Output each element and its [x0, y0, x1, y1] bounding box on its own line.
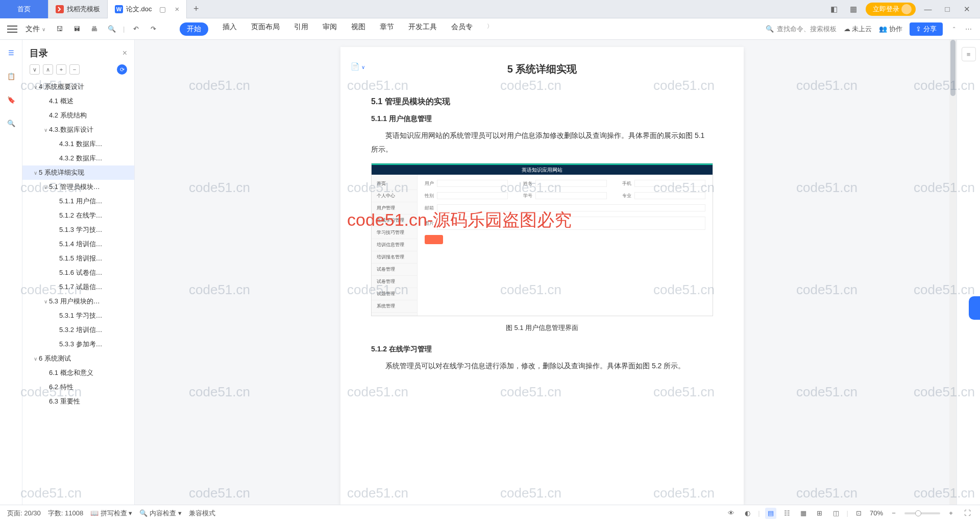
- outline-node[interactable]: 5.1.7 试题信…: [22, 280, 134, 294]
- word-count[interactable]: 字数: 11008: [48, 509, 83, 518]
- outline-node[interactable]: 5.1.2 在线学…: [22, 208, 134, 223]
- hamburger-icon[interactable]: [7, 26, 17, 33]
- cloud-status[interactable]: ☁ 未上云: [844, 25, 872, 34]
- maximize-button[interactable]: □: [940, 2, 954, 16]
- file-menu[interactable]: 文件 ∨: [22, 25, 48, 34]
- outline-node[interactable]: ∨5.1 管理员模块…: [22, 180, 134, 194]
- share-button[interactable]: ⇪分享: [910, 22, 943, 36]
- collab-button[interactable]: 👥 协作: [879, 25, 902, 34]
- outline-node[interactable]: 5.3.3 参加考…: [22, 337, 134, 351]
- outline-node[interactable]: 4.3.2 数据库…: [22, 151, 134, 165]
- outline-label: 5.3 用户模块的…: [49, 297, 130, 306]
- ribbon-more-icon[interactable]: 〉: [487, 22, 493, 36]
- scroll-thumb[interactable]: [950, 40, 955, 96]
- zoom-fit-icon[interactable]: ⊡: [853, 508, 865, 519]
- view-page-icon[interactable]: ▤: [765, 508, 776, 519]
- outline-node[interactable]: 5.3.1 学习技…: [22, 309, 134, 323]
- ribbon-tab-start[interactable]: 开始: [180, 22, 208, 36]
- preview-icon[interactable]: 🔍: [106, 23, 118, 35]
- collapse-all-icon[interactable]: ∨: [30, 64, 40, 75]
- outline-node[interactable]: 5.3.2 培训信…: [22, 323, 134, 337]
- add-heading-icon[interactable]: +: [56, 64, 66, 75]
- command-search[interactable]: 🔍查找命令、搜索模板: [766, 25, 837, 34]
- outline-close-icon[interactable]: ×: [122, 49, 127, 58]
- ribbon-tab-insert[interactable]: 插入: [223, 22, 237, 36]
- tab-doc[interactable]: W 论文.doc ▢ ×: [108, 0, 187, 18]
- zoom-slider[interactable]: [904, 512, 940, 514]
- minimize-button[interactable]: —: [921, 2, 935, 16]
- popout-icon[interactable]: ▢: [159, 5, 166, 13]
- outline-node[interactable]: 4.3.1 数据库…: [22, 137, 134, 151]
- outline-node[interactable]: 6.3 重要性: [22, 394, 134, 409]
- outline-node[interactable]: ∨5 系统详细实现: [22, 165, 134, 180]
- tab-home[interactable]: 首页: [0, 0, 48, 18]
- right-panel-toggle-icon[interactable]: ≡: [962, 47, 976, 61]
- clipboard-icon[interactable]: 📋: [6, 70, 17, 82]
- zoom-out-icon[interactable]: −: [888, 508, 899, 519]
- outline-node[interactable]: 5.1.3 学习技…: [22, 223, 134, 237]
- outline-node[interactable]: ∨4 系统概要设计: [22, 80, 134, 94]
- content-check-button[interactable]: 🔍 内容检查 ▾: [139, 509, 181, 518]
- view-read-icon[interactable]: ⊞: [814, 508, 825, 519]
- layout-icon[interactable]: ◧: [827, 2, 841, 16]
- ribbon-tab-dev[interactable]: 开发工具: [408, 22, 437, 36]
- outline-node[interactable]: 5.1.1 用户信…: [22, 194, 134, 208]
- document-page: 📄 ∨ 5 系统详细实现 5.1 管理员模块的实现 5.1.1 用户信息管理 英…: [340, 47, 744, 505]
- tab-new[interactable]: +: [187, 0, 205, 18]
- outline-label: 5.3.1 学习技…: [59, 311, 130, 320]
- page-indicator[interactable]: 页面: 20/30: [7, 509, 41, 518]
- tab-template[interactable]: 找稻壳模板: [48, 0, 108, 18]
- spellcheck-button[interactable]: 📖 拼写检查 ▾: [90, 509, 132, 518]
- ribbon-tab-layout[interactable]: 页面布局: [251, 22, 280, 36]
- outline-label: 6 系统测试: [39, 354, 130, 363]
- login-button[interactable]: 立即登录: [866, 3, 916, 16]
- ribbon-collapse-icon[interactable]: ⌃: [950, 26, 958, 32]
- undo-icon[interactable]: ↶: [130, 23, 142, 35]
- outline-node[interactable]: 4.1 概述: [22, 94, 134, 108]
- outline-node[interactable]: 5.1.6 试卷信…: [22, 266, 134, 280]
- eye-icon[interactable]: 👁: [725, 508, 737, 519]
- close-button[interactable]: ✕: [960, 2, 974, 16]
- outline-node[interactable]: 5.1.4 培训信…: [22, 237, 134, 251]
- redo-icon[interactable]: ↷: [147, 23, 159, 35]
- ribbon-tab-member[interactable]: 会员专: [451, 22, 473, 36]
- outline-node[interactable]: ∨4.3.数据库设计: [22, 123, 134, 137]
- view-draft-icon[interactable]: ◫: [830, 508, 842, 519]
- expand-all-icon[interactable]: ∧: [43, 64, 53, 75]
- outline-node[interactable]: 6.2 特性: [22, 380, 134, 394]
- scrollbar[interactable]: [949, 40, 957, 505]
- figure-nav-item: 试卷管理: [372, 276, 417, 288]
- ribbon-more[interactable]: ⋯: [965, 25, 973, 33]
- compat-mode[interactable]: 兼容模式: [189, 509, 215, 518]
- outline-node[interactable]: ∨6 系统测试: [22, 351, 134, 366]
- print-icon[interactable]: 🖶: [88, 23, 101, 35]
- focus-icon[interactable]: ◐: [742, 508, 753, 519]
- outline-icon[interactable]: ☰: [6, 47, 17, 58]
- apps-icon[interactable]: ▦: [846, 2, 861, 16]
- outline-node[interactable]: 6.1 概念和意义: [22, 366, 134, 380]
- ribbon-tab-view[interactable]: 视图: [351, 22, 365, 36]
- document-area[interactable]: 📄 ∨ 5 系统详细实现 5.1 管理员模块的实现 5.1.1 用户信息管理 英…: [135, 40, 949, 505]
- view-outline-icon[interactable]: ☷: [781, 508, 793, 519]
- ribbon-tab-chapter[interactable]: 章节: [380, 22, 394, 36]
- page-type-icon[interactable]: 📄 ∨: [351, 62, 365, 70]
- saveas-icon[interactable]: 🖬: [71, 23, 83, 35]
- side-handle[interactable]: [969, 296, 980, 320]
- close-icon[interactable]: ×: [175, 5, 180, 13]
- outline-node[interactable]: 4.2 系统结构: [22, 108, 134, 123]
- find-icon[interactable]: 🔍: [6, 117, 17, 129]
- outline-node[interactable]: 5.1.5 培训报…: [22, 251, 134, 266]
- bookmark-icon[interactable]: 🔖: [6, 94, 17, 105]
- ribbon-tab-review[interactable]: 审阅: [323, 22, 337, 36]
- fullscreen-icon[interactable]: ⛶: [962, 508, 973, 519]
- outline-panel: 目录 × ∨ ∧ + − ⟳ ∨4 系统概要设计4.1 概述4.2 系统结构∨4…: [22, 40, 135, 505]
- remove-heading-icon[interactable]: −: [69, 64, 80, 75]
- zoom-in-icon[interactable]: +: [945, 508, 957, 519]
- zoom-value[interactable]: 70%: [870, 509, 883, 517]
- tab-template-label: 找稻壳模板: [67, 5, 100, 14]
- outline-node[interactable]: ∨5.3 用户模块的…: [22, 294, 134, 309]
- save-icon[interactable]: 🖫: [54, 23, 66, 35]
- view-web-icon[interactable]: ▦: [798, 508, 809, 519]
- outline-sync-icon[interactable]: ⟳: [117, 64, 127, 75]
- ribbon-tab-ref[interactable]: 引用: [294, 22, 308, 36]
